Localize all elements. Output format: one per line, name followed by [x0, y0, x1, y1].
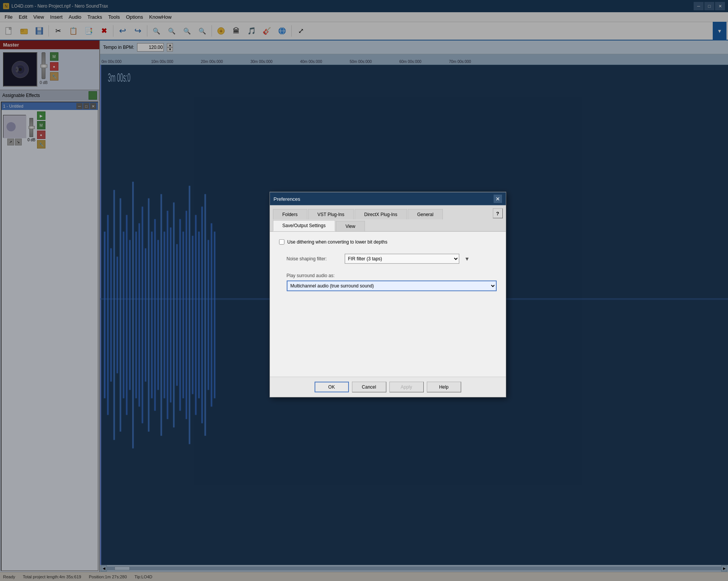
dialog-cancel-btn[interactable]: Cancel — [352, 382, 386, 392]
preferences-dialog: Preferences ✕ ? Folders VST Plug-Ins Dir… — [270, 192, 506, 397]
surround-section: Play surround audio as: Multichannel aud… — [279, 273, 497, 291]
tab-vst[interactable]: VST Plug-Ins — [308, 209, 354, 219]
dialog-ok-btn[interactable]: OK — [315, 382, 349, 392]
surround-select[interactable]: Multichannel audio (true surround sound)… — [287, 281, 497, 291]
noise-filter-row: Noise shaping filter: FIR filter (3 taps… — [279, 254, 497, 264]
dither-checkbox[interactable] — [279, 239, 284, 245]
tab-folders[interactable]: Folders — [273, 209, 307, 219]
dialog-apply-btn[interactable]: Apply — [389, 382, 424, 392]
tab-save-output[interactable]: Save/Output Settings — [273, 220, 335, 231]
dialog-tabs: Folders VST Plug-Ins DirectX Plug-Ins Ge… — [270, 205, 506, 232]
dialog-help-circle-btn[interactable]: ? — [493, 208, 503, 218]
dialog-help-btn[interactable]: Help — [427, 382, 461, 392]
noise-filter-select[interactable]: FIR filter (3 taps) No filter Low-pass H… — [345, 254, 459, 264]
dialog-close-btn[interactable]: ✕ — [494, 195, 502, 203]
noise-filter-arrow: ▼ — [465, 256, 470, 262]
dialog-title-bar: Preferences ✕ — [270, 192, 506, 205]
dither-label[interactable]: Use dithering when converting to lower b… — [287, 239, 387, 245]
tab-general[interactable]: General — [408, 209, 443, 219]
surround-label: Play surround audio as: — [287, 273, 497, 278]
dither-row: Use dithering when converting to lower b… — [279, 239, 497, 245]
noise-filter-label: Noise shaping filter: — [287, 256, 340, 261]
dialog-footer: OK Cancel Apply Help — [270, 377, 506, 397]
dialog-body: Use dithering when converting to lower b… — [270, 232, 506, 377]
tab-directx[interactable]: DirectX Plug-Ins — [355, 209, 407, 219]
tab-view[interactable]: View — [336, 221, 365, 231]
dialog-title: Preferences — [274, 196, 300, 202]
